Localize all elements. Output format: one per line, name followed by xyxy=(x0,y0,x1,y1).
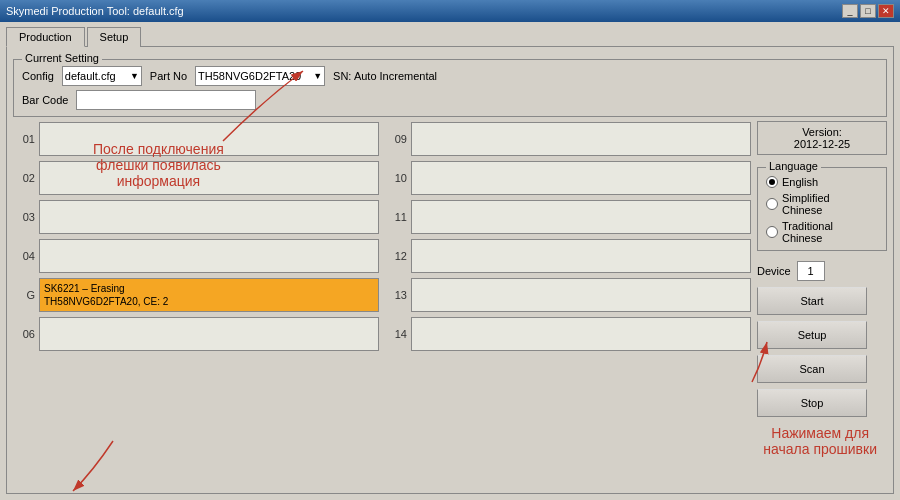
maximize-button[interactable]: □ xyxy=(860,4,876,18)
radio-traditional-circle[interactable] xyxy=(766,226,778,238)
language-group: Language English SimplifiedChinese Tradi… xyxy=(757,167,887,251)
slot-label-12: 12 xyxy=(385,250,407,262)
slot-box-11 xyxy=(411,200,751,234)
radio-simplified-circle[interactable] xyxy=(766,198,778,210)
slot-box-G: SK6221 – ErasingTH58NVG6D2FTA20, CE: 2 xyxy=(39,278,379,312)
version-box: Version: 2012-12-25 xyxy=(757,121,887,155)
slot-label-13: 13 xyxy=(385,289,407,301)
sn-label: SN: Auto Incremental xyxy=(333,70,437,82)
right-panel: Version: 2012-12-25 Language English Sim… xyxy=(757,121,887,487)
barcode-input[interactable] xyxy=(76,90,256,110)
start-button[interactable]: Start xyxy=(757,287,867,315)
slot-row-G: G SK6221 – ErasingTH58NVG6D2FTA20, CE: 2 xyxy=(13,277,379,313)
version-date: 2012-12-25 xyxy=(762,138,882,150)
radio-english[interactable]: English xyxy=(766,176,878,188)
tab-setup[interactable]: Setup xyxy=(87,27,142,47)
partno-arrow-icon: ▼ xyxy=(313,71,322,81)
slot-row-13: 13 xyxy=(385,277,751,313)
slot-box-13 xyxy=(411,278,751,312)
radio-simplified[interactable]: SimplifiedChinese xyxy=(766,192,878,216)
slot-label-02: 02 xyxy=(13,172,35,184)
device-label: Device xyxy=(757,265,791,277)
content-area: Current Setting Config default.cfg ▼ Par… xyxy=(6,46,894,494)
title-bar: Skymedi Production Tool: default.cfg _ □… xyxy=(0,0,900,22)
device-row: Device 1 xyxy=(757,261,887,281)
language-group-title: Language xyxy=(766,160,821,172)
slot-row-01: 01 xyxy=(13,121,379,157)
slot-row-02: 02 xyxy=(13,160,379,196)
partno-value: TH58NVG6D2FTA20 xyxy=(198,70,311,82)
slot-row-09: 09 xyxy=(385,121,751,157)
radio-english-label: English xyxy=(782,176,818,188)
current-setting-title: Current Setting xyxy=(22,52,102,64)
version-label: Version: xyxy=(762,126,882,138)
slot-box-02 xyxy=(39,161,379,195)
scan-button[interactable]: Scan xyxy=(757,355,867,383)
config-value: default.cfg xyxy=(65,70,128,82)
barcode-label: Bar Code xyxy=(22,94,68,106)
tab-bar: Production Setup xyxy=(0,22,900,46)
config-label: Config xyxy=(22,70,54,82)
config-select[interactable]: default.cfg ▼ xyxy=(62,66,142,86)
partno-label: Part No xyxy=(150,70,187,82)
slot-label-06: 06 xyxy=(13,328,35,340)
slots-area: 01 02 03 04 xyxy=(13,121,887,487)
main-window: Production Setup Current Setting Config … xyxy=(0,22,900,500)
slot-box-06 xyxy=(39,317,379,351)
slots-left-panel: 01 02 03 04 xyxy=(13,121,379,487)
minimize-button[interactable]: _ xyxy=(842,4,858,18)
title-text: Skymedi Production Tool: default.cfg xyxy=(6,5,184,17)
slot-box-01 xyxy=(39,122,379,156)
setup-button[interactable]: Setup xyxy=(757,321,867,349)
slot-G-content: SK6221 – ErasingTH58NVG6D2FTA20, CE: 2 xyxy=(44,282,168,308)
stop-button[interactable]: Stop xyxy=(757,389,867,417)
slot-row-04: 04 xyxy=(13,238,379,274)
slot-label-11: 11 xyxy=(385,211,407,223)
slot-row-14: 14 xyxy=(385,316,751,352)
slot-box-03 xyxy=(39,200,379,234)
slot-box-14 xyxy=(411,317,751,351)
slot-label-10: 10 xyxy=(385,172,407,184)
slot-row-11: 11 xyxy=(385,199,751,235)
slot-row-12: 12 xyxy=(385,238,751,274)
radio-english-circle[interactable] xyxy=(766,176,778,188)
slot-row-06: 06 xyxy=(13,316,379,352)
slot-label-09: 09 xyxy=(385,133,407,145)
radio-simplified-label: SimplifiedChinese xyxy=(782,192,830,216)
device-count: 1 xyxy=(797,261,825,281)
slot-box-09 xyxy=(411,122,751,156)
slot-label-G: G xyxy=(13,289,35,301)
slots-right-panel: 09 10 11 12 xyxy=(385,121,751,487)
slot-box-04 xyxy=(39,239,379,273)
current-setting-group: Current Setting Config default.cfg ▼ Par… xyxy=(13,59,887,117)
slot-label-01: 01 xyxy=(13,133,35,145)
slot-label-14: 14 xyxy=(385,328,407,340)
radio-traditional[interactable]: TraditionalChinese xyxy=(766,220,878,244)
slot-box-10 xyxy=(411,161,751,195)
settings-row-1: Config default.cfg ▼ Part No TH58NVG6D2F… xyxy=(22,66,878,86)
slot-label-03: 03 xyxy=(13,211,35,223)
config-arrow-icon: ▼ xyxy=(130,71,139,81)
window-controls: _ □ ✕ xyxy=(842,4,894,18)
barcode-row: Bar Code xyxy=(22,90,878,110)
slot-row-10: 10 xyxy=(385,160,751,196)
slot-row-03: 03 xyxy=(13,199,379,235)
slot-label-04: 04 xyxy=(13,250,35,262)
slot-box-12 xyxy=(411,239,751,273)
partno-select[interactable]: TH58NVG6D2FTA20 ▼ xyxy=(195,66,325,86)
tab-production[interactable]: Production xyxy=(6,27,85,47)
radio-traditional-label: TraditionalChinese xyxy=(782,220,833,244)
close-button[interactable]: ✕ xyxy=(878,4,894,18)
